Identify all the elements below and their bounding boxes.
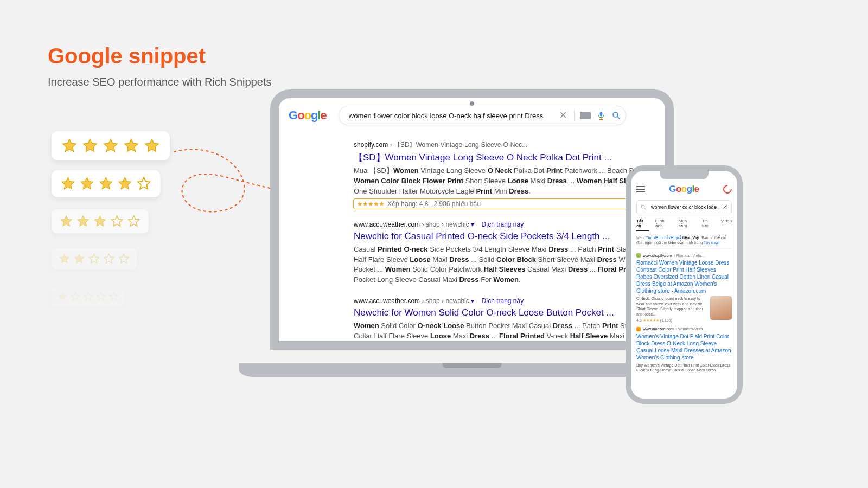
result-title[interactable]: Women's Vintage Dot Plaid Print Color Bl…: [636, 333, 732, 361]
keyboard-icon[interactable]: [580, 112, 591, 119]
svg-rect-2: [599, 119, 603, 120]
result-snippet: Mua 【SD】Women Vintage Long Sleeve O Neck…: [354, 166, 655, 197]
result-title[interactable]: Newchic for Women Solid Color O-neck Loo…: [354, 307, 655, 319]
search-input-mobile[interactable]: [650, 204, 718, 210]
star-empty-icon: [110, 215, 124, 228]
star-empty-icon: [118, 253, 130, 265]
result-url: shopify.com › 【SD】Women-Vintage-Long-Sle…: [354, 140, 655, 150]
page-title: Google snippet: [48, 43, 271, 68]
star-empty-icon: [96, 291, 106, 301]
search-result: www.accuweather.com › shop › newchic ▾ D…: [354, 297, 655, 341]
star-filled-icon: [73, 253, 85, 265]
phone-mockup: Google Tất cả Hình ảnh Mua sắm Tin tức V…: [626, 165, 743, 404]
search-result-mobile: www.shopify.com › Romacci-Vinta…Romacci …: [636, 253, 732, 323]
search-icon[interactable]: [611, 111, 621, 120]
result-url: www.accuweather.com › shop › newchic ▾ D…: [354, 297, 655, 305]
rating-card-4: [52, 170, 161, 197]
clear-icon[interactable]: [722, 204, 728, 210]
result-url: www.accuweather.com › shop › newchic ▾ D…: [354, 221, 655, 228]
star-filled-icon: [98, 176, 113, 191]
star-empty-icon: [88, 253, 100, 265]
rating-snippet: ★★★★★Xếp hạng: 4,8 · 2.906 phiếu bầu: [354, 199, 655, 209]
language-tip: Meo: Tìm kiếm chỉ kết quả tiếng Việt. Bạ…: [636, 235, 732, 249]
star-filled-icon: [80, 176, 95, 191]
rating-card-5: [52, 131, 170, 160]
search-result: shopify.com › 【SD】Women-Vintage-Long-Sle…: [354, 140, 655, 209]
google-serp-mobile: Google Tất cả Hình ảnh Mua sắm Tin tức V…: [631, 171, 737, 399]
tab-all[interactable]: Tất cả: [636, 219, 649, 231]
star-filled-icon: [144, 138, 160, 154]
tab-shopping[interactable]: Mua sắm: [679, 219, 695, 231]
result-title[interactable]: Romacci Women Vintage Loose Dress Contra…: [636, 259, 732, 294]
star-empty-icon: [127, 215, 141, 228]
menu-icon[interactable]: [636, 186, 645, 192]
search-result-mobile: www.amazon.com › Womens-Vinta…Women's Vi…: [636, 327, 732, 373]
star-filled-icon: [60, 215, 73, 228]
star-filled-icon: [76, 215, 90, 228]
star-filled-icon: [59, 253, 71, 265]
result-title[interactable]: Newchic for Casual Printed O-neck Side P…: [354, 230, 655, 242]
star-rating-icon: ★★★★★: [357, 200, 384, 208]
star-rating-stack: [52, 131, 170, 317]
star-empty-icon: [71, 291, 81, 301]
star-filled-icon: [82, 138, 98, 154]
result-title[interactable]: 【SD】Women Vintage Long Sleeve O Neck Pol…: [354, 152, 655, 164]
result-snippet: O Neck. Classic round neck is easy to we…: [636, 296, 707, 317]
star-empty-icon: [83, 291, 93, 301]
svg-point-3: [613, 112, 618, 117]
favicon-icon: [636, 253, 641, 258]
star-empty-icon: [108, 291, 119, 301]
search-bar-mobile[interactable]: [636, 200, 732, 214]
clear-icon[interactable]: [559, 111, 569, 120]
svg-rect-0: [600, 112, 603, 116]
result-url: www.shopify.com › Romacci-Vinta…: [636, 253, 732, 258]
star-filled-icon: [103, 138, 119, 154]
rating-card-1: [52, 287, 125, 305]
svg-point-4: [641, 205, 644, 208]
star-empty-icon: [103, 253, 115, 265]
search-result: www.accuweather.com › shop › newchic ▾ D…: [354, 221, 655, 285]
rating-card-3: [52, 209, 149, 233]
star-filled-icon: [123, 138, 139, 154]
translate-link[interactable]: Dịch trang này: [481, 221, 524, 228]
rating-card-2: [52, 248, 137, 269]
result-snippet: Women Solid Color O-neck Loose Button Po…: [354, 321, 655, 341]
favicon-icon: [636, 327, 641, 331]
result-url: www.amazon.com › Womens-Vinta…: [636, 327, 732, 331]
search-icon: [640, 204, 647, 210]
star-rating-icon: ★★★★★: [643, 318, 659, 322]
rating-snippet: 4,0 ★★★★★ (1.136): [636, 318, 707, 323]
laptop-mockup: Google: [260, 89, 684, 377]
star-filled-icon: [58, 291, 68, 301]
star-empty-icon: [136, 176, 151, 191]
search-bar[interactable]: [339, 106, 626, 125]
google-serp-desktop: Google: [279, 98, 665, 341]
tab-news[interactable]: Tin tức: [702, 219, 714, 231]
svg-rect-1: [601, 118, 602, 119]
star-filled-icon: [117, 176, 132, 191]
page-subtitle: Increase SEO performance with Rich Snipp…: [48, 76, 271, 88]
star-filled-icon: [61, 138, 78, 154]
app-badge-icon[interactable]: [722, 183, 734, 196]
search-input[interactable]: [348, 111, 553, 120]
result-snippet: Casual Printed O-neck Side Pockets 3/4 L…: [354, 245, 655, 285]
hero-heading: Google snippet Increase SEO performance …: [48, 43, 271, 88]
tab-video[interactable]: Video: [721, 219, 732, 231]
tab-images[interactable]: Hình ảnh: [655, 219, 672, 231]
google-logo-mobile: Google: [669, 184, 699, 195]
google-logo: Google: [289, 108, 327, 123]
translate-link[interactable]: Dịch trang này: [481, 297, 524, 305]
mic-icon[interactable]: [596, 111, 606, 120]
search-tabs: Tất cả Hình ảnh Mua sắm Tin tức Video: [636, 219, 732, 231]
star-filled-icon: [61, 176, 76, 191]
result-thumbnail: [710, 296, 732, 320]
result-snippet: Buy Women's Vintage Dot Plaid Print Colo…: [636, 363, 732, 373]
star-filled-icon: [93, 215, 107, 228]
